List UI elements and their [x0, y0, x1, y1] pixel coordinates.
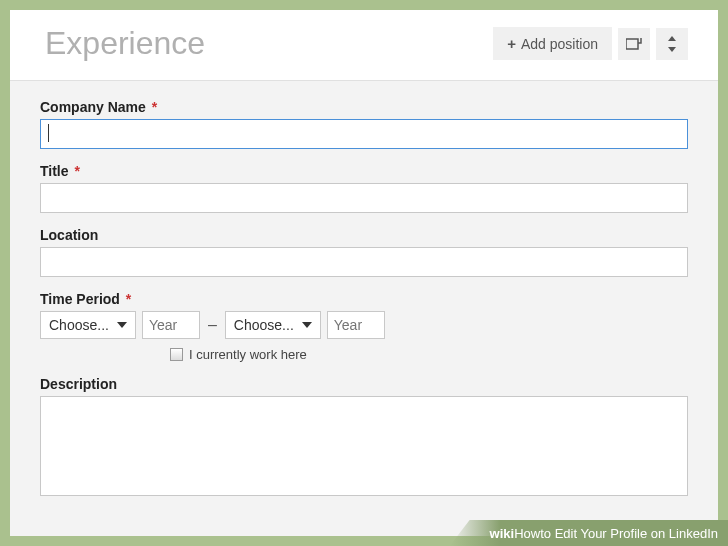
start-month-select[interactable]: Choose... [40, 311, 136, 339]
time-period-label-text: Time Period [40, 291, 120, 307]
current-job-row: I currently work here [170, 347, 688, 362]
rearrange-button[interactable] [618, 28, 650, 60]
required-asterisk: * [74, 163, 79, 179]
start-year-input[interactable] [142, 311, 200, 339]
required-asterisk: * [126, 291, 131, 307]
end-year-input[interactable] [327, 311, 385, 339]
svg-marker-2 [668, 47, 676, 52]
location-field-group: Location [40, 227, 688, 277]
date-range-separator: – [206, 316, 219, 334]
caption-brand-rest: How [514, 526, 540, 541]
current-job-checkbox[interactable] [170, 348, 183, 361]
chevron-down-icon [302, 322, 312, 328]
company-label-text: Company Name [40, 99, 146, 115]
caption-bar: wikiHow to Edit Your Profile on LinkedIn [450, 520, 728, 546]
description-field-group: Description [40, 376, 688, 500]
description-label: Description [40, 376, 688, 392]
title-field-group: Title * [40, 163, 688, 213]
title-input[interactable] [40, 183, 688, 213]
current-job-label: I currently work here [189, 347, 307, 362]
time-period-label: Time Period * [40, 291, 688, 307]
plus-icon: + [507, 35, 516, 52]
time-period-field-group: Time Period * Choose... – Choose... I cu… [40, 291, 688, 362]
company-input[interactable] [40, 119, 688, 149]
svg-marker-1 [668, 36, 676, 41]
location-label: Location [40, 227, 688, 243]
section-title: Experience [45, 25, 205, 62]
updown-icon [666, 36, 678, 52]
description-textarea[interactable] [40, 396, 688, 496]
time-period-row: Choose... – Choose... [40, 311, 688, 339]
title-label: Title * [40, 163, 688, 179]
required-asterisk: * [152, 99, 157, 115]
text-cursor [48, 124, 49, 142]
company-input-wrap [40, 119, 688, 149]
chevron-down-icon [117, 322, 127, 328]
window: Experience + Add position [10, 10, 718, 536]
add-position-label: Add position [521, 36, 598, 52]
section-header: Experience + Add position [10, 10, 718, 81]
location-input[interactable] [40, 247, 688, 277]
caption-article: to Edit Your Profile on LinkedIn [540, 526, 718, 541]
header-actions: + Add position [493, 27, 688, 60]
title-label-text: Title [40, 163, 69, 179]
end-month-text: Choose... [234, 317, 294, 333]
form-area: Company Name * Title * Location Time Per… [10, 81, 718, 536]
svg-rect-0 [626, 39, 638, 49]
reorder-button[interactable] [656, 28, 688, 60]
company-field-group: Company Name * [40, 99, 688, 149]
end-month-select[interactable]: Choose... [225, 311, 321, 339]
caption-brand-bold: wiki [490, 526, 515, 541]
rearrange-icon [626, 37, 642, 51]
company-label: Company Name * [40, 99, 688, 115]
add-position-button[interactable]: + Add position [493, 27, 612, 60]
start-month-text: Choose... [49, 317, 109, 333]
